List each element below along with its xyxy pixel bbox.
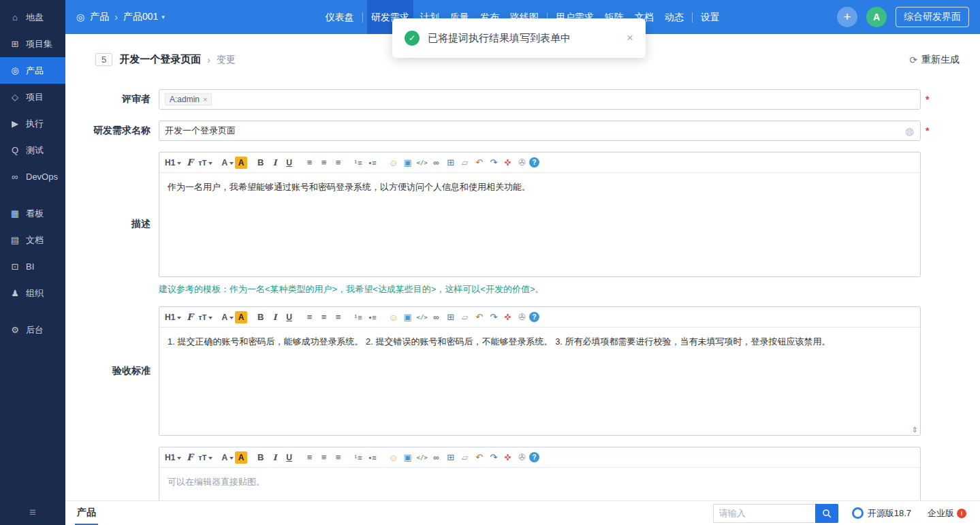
- ordered-list-icon[interactable]: ¹≡: [351, 155, 366, 170]
- align-left-icon[interactable]: ≡: [302, 155, 317, 170]
- nav-item-dashboard[interactable]: 仪表盘: [321, 0, 358, 34]
- help-icon[interactable]: ?: [529, 157, 539, 168]
- undo-icon[interactable]: ↶: [472, 155, 486, 170]
- italic-icon[interactable]: I: [268, 155, 282, 170]
- unordered-list-icon[interactable]: •≡: [366, 310, 380, 325]
- sidebar-item-org[interactable]: ♟组织: [0, 280, 65, 306]
- emoji-icon[interactable]: ☺: [386, 155, 400, 170]
- ordered-list-icon[interactable]: ¹≡: [351, 310, 366, 325]
- italic-icon[interactable]: I: [268, 310, 282, 325]
- story-name-input[interactable]: [165, 126, 915, 136]
- italic-icon[interactable]: I: [268, 450, 282, 465]
- code-icon[interactable]: </>: [415, 155, 429, 170]
- undo-icon[interactable]: ↶: [472, 450, 486, 465]
- bold-icon[interactable]: B: [253, 155, 268, 170]
- sidebar-item-admin[interactable]: ⚙后台: [0, 317, 65, 343]
- underline-icon[interactable]: U: [282, 450, 296, 465]
- backcolor-icon[interactable]: A: [235, 157, 247, 169]
- enterprise-edition-link[interactable]: 企业版: [928, 507, 954, 520]
- sidebar-item-home[interactable]: ⌂地盘: [0, 4, 65, 31]
- nav-item-dynamic[interactable]: 动态: [661, 0, 688, 34]
- sidebar-item-doc[interactable]: ▤文档: [0, 227, 65, 253]
- emoji-icon[interactable]: ☺: [386, 310, 400, 325]
- resize-handle-icon[interactable]: [912, 423, 918, 435]
- forecolor-icon[interactable]: A: [220, 450, 235, 465]
- attachment-icon[interactable]: ✇: [515, 310, 529, 325]
- align-center-icon[interactable]: ≡: [317, 155, 331, 170]
- breadcrumb-section[interactable]: 产品: [90, 11, 109, 23]
- backcolor-icon[interactable]: A: [235, 451, 247, 464]
- add-button[interactable]: +: [837, 7, 857, 27]
- font-icon[interactable]: F: [183, 450, 197, 465]
- link-icon[interactable]: ∞: [429, 450, 443, 465]
- sidebar-item-project[interactable]: ◇项目: [0, 84, 65, 110]
- fullscreen-icon[interactable]: ✜: [501, 155, 515, 170]
- image-icon[interactable]: ▣: [400, 155, 415, 170]
- sidebar-item-devops[interactable]: ∞DevOps: [0, 163, 65, 190]
- redo-icon[interactable]: ↷: [486, 310, 501, 325]
- underline-icon[interactable]: U: [282, 310, 296, 325]
- h1-icon[interactable]: H1: [163, 450, 183, 465]
- fontsize-icon[interactable]: ᴛT: [197, 310, 214, 325]
- fontsize-icon[interactable]: ᴛT: [197, 155, 214, 170]
- ordered-list-icon[interactable]: ¹≡: [351, 450, 366, 465]
- bold-icon[interactable]: B: [253, 450, 268, 465]
- align-center-icon[interactable]: ≡: [317, 450, 331, 465]
- remove-reviewer-icon[interactable]: ×: [203, 95, 207, 104]
- forecolor-icon[interactable]: A: [220, 155, 235, 170]
- backcolor-icon[interactable]: A: [235, 311, 247, 323]
- h1-icon[interactable]: H1: [163, 155, 183, 170]
- avatar[interactable]: A: [866, 7, 887, 27]
- sidebar-item-bi[interactable]: ⊡BI: [0, 253, 65, 280]
- underline-icon[interactable]: U: [282, 155, 296, 170]
- regenerate-button[interactable]: 重新生成: [909, 54, 960, 66]
- eraser-icon[interactable]: ▱: [458, 310, 472, 325]
- image-icon[interactable]: ▣: [400, 310, 415, 325]
- workbench-button[interactable]: 综合研发界面: [896, 7, 969, 27]
- help-icon[interactable]: ?: [529, 312, 539, 322]
- unordered-list-icon[interactable]: •≡: [366, 450, 380, 465]
- eraser-icon[interactable]: ▱: [458, 450, 472, 465]
- palette-icon[interactable]: [905, 125, 914, 138]
- footer-search-input[interactable]: [713, 504, 815, 523]
- fullscreen-icon[interactable]: ✜: [501, 450, 515, 465]
- align-right-icon[interactable]: ≡: [331, 155, 345, 170]
- align-right-icon[interactable]: ≡: [331, 310, 345, 325]
- emoji-icon[interactable]: ☺: [386, 450, 400, 465]
- attachment-icon[interactable]: ✇: [515, 155, 529, 170]
- sidebar-item-program[interactable]: ⊞项目集: [0, 31, 65, 57]
- breadcrumb-product-switcher[interactable]: 产品001 ▾: [123, 11, 165, 23]
- nav-item-setting[interactable]: 设置: [697, 0, 724, 34]
- align-right-icon[interactable]: ≡: [331, 450, 345, 465]
- help-icon[interactable]: ?: [529, 452, 539, 462]
- reviewer-tag[interactable]: A:admin ×: [165, 93, 212, 106]
- fontsize-icon[interactable]: ᴛT: [197, 450, 214, 465]
- collapse-sidebar-button[interactable]: [0, 506, 65, 520]
- table-icon[interactable]: ⊞: [443, 155, 458, 170]
- table-icon[interactable]: ⊞: [443, 450, 458, 465]
- sidebar-item-qa[interactable]: Q测试: [0, 137, 65, 163]
- code-icon[interactable]: </>: [415, 450, 429, 465]
- redo-icon[interactable]: ↷: [486, 450, 501, 465]
- footer-search-button[interactable]: [815, 504, 838, 523]
- description-editor-body[interactable]: 作为一名用户，我希望能够通过账号和密码登录系统，以方便访问个人信息和使用相关功能…: [159, 173, 920, 276]
- acceptance-editor-body[interactable]: 1. 提交正确的账号和密码后，能够成功登录系统。 2. 提交错误的账号和密码后，…: [159, 328, 920, 435]
- sidebar-item-product[interactable]: ◎产品: [0, 57, 65, 84]
- bold-icon[interactable]: B: [253, 310, 268, 325]
- footer-tab-product[interactable]: 产品: [75, 501, 98, 525]
- sidebar-item-execution[interactable]: ▶执行: [0, 110, 65, 137]
- align-center-icon[interactable]: ≡: [317, 310, 331, 325]
- link-icon[interactable]: ∞: [429, 310, 443, 325]
- code-icon[interactable]: </>: [415, 310, 429, 325]
- redo-icon[interactable]: ↷: [486, 155, 501, 170]
- undo-icon[interactable]: ↶: [472, 310, 486, 325]
- font-icon[interactable]: F: [183, 310, 197, 325]
- unordered-list-icon[interactable]: •≡: [366, 155, 380, 170]
- change-link[interactable]: 变更: [217, 54, 236, 66]
- forecolor-icon[interactable]: A: [220, 310, 235, 325]
- align-left-icon[interactable]: ≡: [302, 450, 317, 465]
- image-icon[interactable]: ▣: [400, 450, 415, 465]
- link-icon[interactable]: ∞: [429, 155, 443, 170]
- sidebar-item-kanban[interactable]: ▦看板: [0, 200, 65, 227]
- h1-icon[interactable]: H1: [163, 310, 183, 325]
